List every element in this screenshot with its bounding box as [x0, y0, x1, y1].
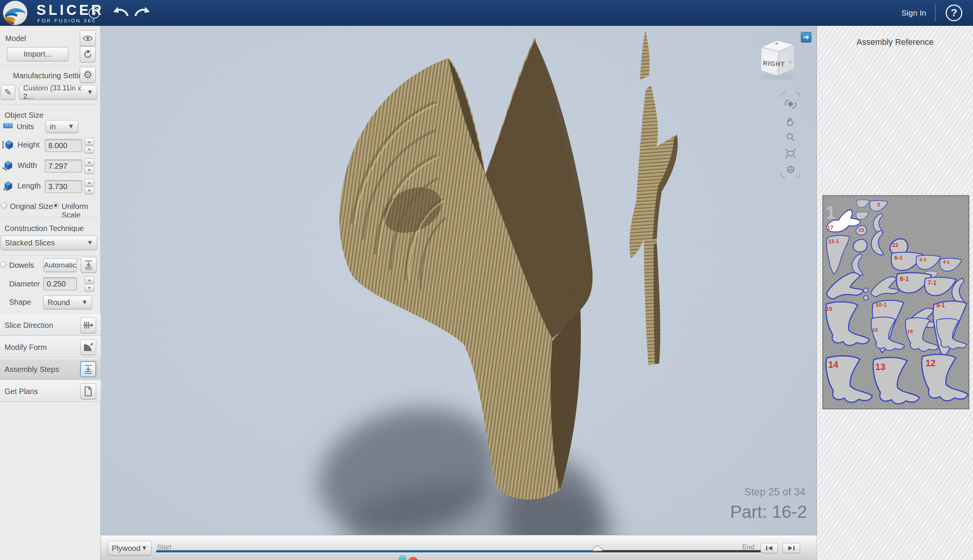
assembly-steps-button[interactable]: [80, 361, 96, 377]
dowels-label: Dowels: [9, 261, 34, 270]
import-button[interactable]: Import...: [7, 47, 68, 61]
gear-icon: ⚙: [83, 69, 92, 81]
width-decrement-button[interactable]: ▼: [84, 167, 94, 173]
timeline-marker-badge[interactable]: 1: [408, 557, 418, 560]
original-size-radio[interactable]: [1, 202, 7, 208]
view-cube[interactable]: RIGHT III: [755, 33, 801, 80]
manufacturing-settings-button[interactable]: ⚙: [80, 67, 96, 83]
material-dropdown[interactable]: Plywood ▼: [108, 541, 152, 555]
get-plans-button[interactable]: [80, 383, 96, 399]
height-input[interactable]: [45, 139, 82, 152]
caret-down-icon: ▼: [87, 168, 91, 172]
timeline-track[interactable]: Start End 1: [156, 550, 765, 552]
pan-tool-icon[interactable]: [788, 117, 793, 125]
visibility-button[interactable]: [80, 30, 96, 47]
construction-technique-dropdown[interactable]: Stacked Slices ▼: [1, 235, 97, 250]
assembly-timeline-bar: Plywood ▼ Start End 1: [101, 535, 817, 560]
sheet-part: [863, 288, 868, 300]
sheet-part: [827, 273, 863, 299]
timeline-handle[interactable]: [592, 545, 603, 552]
length-input[interactable]: [45, 180, 82, 193]
sheet-part-label: 22: [892, 242, 898, 248]
width-input[interactable]: [45, 160, 82, 172]
width-increment-button[interactable]: ▲: [84, 158, 94, 166]
dowel-distribute-button[interactable]: [80, 257, 97, 273]
dowel-shape-dropdown[interactable]: Round ▼: [43, 295, 92, 309]
modify-form-icon: [83, 343, 93, 352]
sidebar-item-slice-direction[interactable]: Slice Direction: [0, 315, 101, 336]
length-decrement-button[interactable]: ▼: [84, 187, 94, 194]
slice-direction-button[interactable]: [80, 317, 96, 333]
sheet-preset-dropdown[interactable]: Custom (33.11in x 2... ▼: [19, 85, 97, 100]
chevron-down-icon: ▼: [81, 298, 88, 306]
height-increment-button[interactable]: ▲: [84, 138, 94, 145]
object-size-title: Object Size: [5, 111, 43, 120]
dowels-mode-button[interactable]: Automatic: [43, 258, 77, 272]
reload-model-button[interactable]: [80, 47, 96, 62]
height-decrement-button[interactable]: ▼: [84, 146, 94, 153]
collapse-panel-button[interactable]: [801, 32, 811, 43]
sliced-model: [101, 26, 817, 560]
length-dimension-icon: [2, 181, 14, 191]
height-stepper: ▲ ▼: [84, 138, 94, 153]
sheet-part: [873, 213, 883, 233]
assembly-sheet-svg: 1 1723311-1226-15-14-18-17-11510-19-1181…: [823, 196, 968, 408]
get-plans-label: Get Plans: [5, 387, 38, 396]
diameter-decrement-button[interactable]: ▼: [84, 284, 94, 292]
caret-up-icon: ▲: [87, 180, 91, 185]
redo-button[interactable]: [134, 5, 150, 20]
sheet-part: [936, 318, 967, 349]
sheet-part: [871, 277, 899, 297]
look-at-icon[interactable]: [788, 166, 794, 173]
help-icon[interactable]: ?: [946, 5, 962, 21]
slice-direction-label: Slice Direction: [5, 321, 53, 330]
length-increment-button[interactable]: ▲: [84, 179, 94, 186]
units-value: in: [50, 122, 56, 131]
caret-up-icon: ▲: [87, 278, 91, 282]
sheet-part-label: 13: [875, 362, 886, 372]
construction-value: Stacked Slices: [5, 238, 55, 247]
sidebar-item-modify-form[interactable]: Modify Form: [0, 337, 101, 358]
sheet-part: [871, 317, 904, 350]
sheet-part-label: 19: [907, 328, 913, 334]
sheet-part-label: 18: [872, 327, 878, 333]
sidebar-item-assembly-steps[interactable]: Assembly Steps: [0, 358, 101, 380]
fit-view-icon[interactable]: [786, 149, 795, 158]
orbit-tool-icon[interactable]: [785, 100, 796, 108]
caret-down-icon: ▼: [87, 147, 91, 152]
app-subtitle: FOR FUSION 360: [37, 18, 96, 23]
skip-to-end-button[interactable]: [783, 543, 800, 553]
app-menu-button[interactable]: ▼: [88, 7, 100, 18]
sheet-part-label: 5-1: [920, 257, 926, 263]
edit-preset-button[interactable]: ✎: [1, 85, 15, 100]
sidebar-item-get-plans[interactable]: Get Plans: [0, 381, 101, 402]
assembly-reference-sheet[interactable]: 1 1723311-1226-15-14-18-17-11510-19-1181…: [823, 195, 969, 409]
units-label: Units: [17, 122, 34, 131]
diameter-increment-button[interactable]: ▲: [84, 276, 94, 283]
current-part-label: Part: 16-2: [730, 502, 807, 522]
timeline-marker-pill[interactable]: [399, 555, 406, 560]
assembly-steps-label: Assembly Steps: [5, 365, 59, 374]
settings-sidebar: Model Import... Manufacturing Settings ⚙…: [0, 26, 101, 560]
units-dropdown[interactable]: in ▼: [46, 120, 78, 133]
sheet-part-label: 17: [827, 224, 833, 231]
construction-technique-title: Construction Technique: [5, 224, 84, 233]
model-viewport[interactable]: RIGHT III: [101, 26, 817, 560]
dowels-radio[interactable]: [0, 262, 7, 268]
slice-direction-icon: [83, 321, 93, 329]
manufacturing-section-title: Manufacturing Settings: [13, 72, 91, 80]
timeline-progress: [156, 550, 597, 552]
modify-form-button[interactable]: [80, 339, 96, 355]
chevron-down-icon: ▼: [68, 123, 74, 130]
uniform-scale-radio[interactable]: [52, 202, 59, 208]
material-value: Plywood: [112, 544, 141, 553]
skip-to-start-button[interactable]: [761, 543, 778, 553]
navigation-toolbar: [779, 91, 801, 179]
sheet-part-label: 12: [926, 358, 936, 368]
undo-button[interactable]: [112, 5, 129, 20]
sign-in-button[interactable]: Sign In: [901, 8, 926, 17]
assembly-reference-title: Assembly Reference: [817, 37, 973, 47]
zoom-tool-icon[interactable]: [787, 134, 794, 141]
diameter-input[interactable]: [43, 277, 77, 290]
height-label: Height: [17, 140, 40, 149]
